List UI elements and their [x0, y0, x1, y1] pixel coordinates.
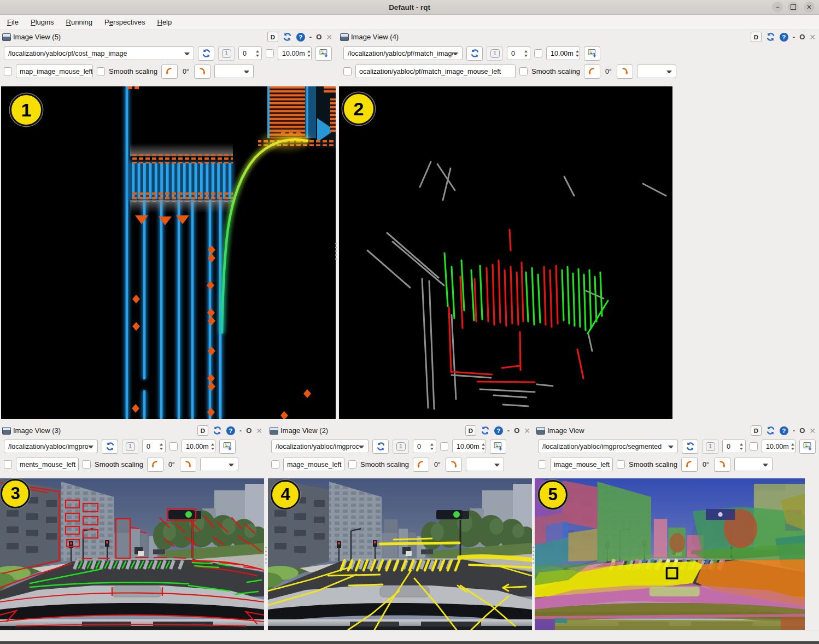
topic-combobox[interactable]: /localization/yabloc/pf/cost_map_image: [4, 46, 194, 60]
refresh-topics-button[interactable]: [198, 46, 214, 61]
dock-minimize-button[interactable]: -: [239, 426, 242, 435]
splitter-handle[interactable]: [335, 243, 337, 260]
once-button[interactable]: 1: [218, 46, 235, 61]
max-range-spinbox[interactable]: 10.00m: [452, 440, 486, 453]
frame-spinbox[interactable]: 0: [142, 440, 166, 453]
help-icon[interactable]: ?: [780, 33, 788, 42]
frame-spinbox[interactable]: 0: [413, 440, 436, 453]
publish-click-checkbox[interactable]: [343, 67, 352, 75]
dock-button[interactable]: D: [465, 425, 476, 436]
reload-icon[interactable]: [766, 426, 775, 435]
smooth-scaling-checkbox[interactable]: [519, 67, 528, 75]
panel-header[interactable]: Image View (2) D ? - O ✕: [267, 425, 534, 436]
menu-running[interactable]: Running: [60, 15, 98, 30]
mouse-topic-field[interactable]: ocalization/yabloc/pf/match_image_mouse_…: [355, 65, 516, 78]
dock-minimize-button[interactable]: -: [793, 33, 795, 41]
rotation-combobox[interactable]: [200, 458, 238, 471]
dock-float-button[interactable]: O: [316, 33, 321, 41]
dynamic-range-checkbox[interactable]: [440, 442, 448, 450]
save-image-button[interactable]: [219, 440, 236, 454]
menu-perspectives[interactable]: Perspectives: [98, 15, 151, 30]
dock-button[interactable]: D: [267, 32, 278, 42]
topic-combobox[interactable]: /localization/yabloc/pf/match_image: [343, 46, 463, 60]
rotate-left-button[interactable]: [413, 458, 429, 472]
rotate-right-button[interactable]: [180, 458, 196, 472]
dock-float-button[interactable]: O: [246, 426, 251, 435]
dock-close-button[interactable]: ✕: [809, 426, 816, 435]
mouse-topic-field[interactable]: ments_mouse_left: [16, 458, 79, 471]
edge-image-canvas[interactable]: [0, 478, 264, 630]
mouse-topic-field[interactable]: image_mouse_left: [550, 458, 613, 471]
dock-close-button[interactable]: ✕: [809, 33, 816, 42]
window-close-button[interactable]: ✕: [804, 2, 815, 13]
rotation-combobox[interactable]: [734, 458, 773, 471]
segmented-image-canvas[interactable]: [535, 478, 805, 630]
save-image-button[interactable]: [584, 46, 600, 61]
max-range-spinbox[interactable]: 10.00m: [278, 46, 312, 60]
panel-header[interactable]: Image View (4) D ? - O ✕: [338, 31, 819, 43]
max-range-spinbox[interactable]: 10.00m: [762, 440, 795, 453]
publish-click-checkbox[interactable]: [4, 460, 12, 469]
save-image-button[interactable]: [490, 440, 506, 454]
help-icon[interactable]: ?: [780, 426, 788, 435]
reload-icon[interactable]: [766, 32, 775, 42]
refresh-topics-button[interactable]: [682, 440, 698, 454]
dock-close-button[interactable]: ✕: [256, 426, 262, 435]
dock-minimize-button[interactable]: -: [309, 33, 312, 41]
publish-click-checkbox[interactable]: [4, 67, 12, 75]
rotation-combobox[interactable]: [214, 65, 254, 78]
menu-plugins[interactable]: Plugins: [25, 15, 60, 30]
rotate-right-button[interactable]: [194, 65, 210, 79]
max-range-spinbox[interactable]: 10.00m: [182, 440, 215, 453]
dock-float-button[interactable]: O: [799, 33, 805, 41]
refresh-topics-button[interactable]: [102, 440, 118, 454]
dynamic-range-checkbox[interactable]: [169, 442, 178, 450]
reload-icon[interactable]: [481, 426, 490, 435]
refresh-topics-button[interactable]: [372, 440, 389, 454]
rotate-left-button[interactable]: [584, 65, 600, 79]
dock-close-button[interactable]: ✕: [326, 33, 332, 42]
panel-header[interactable]: Image View (5) D ? - O ✕: [0, 31, 336, 43]
dock-minimize-button[interactable]: -: [793, 426, 795, 435]
once-button[interactable]: 1: [487, 46, 503, 61]
smooth-scaling-checkbox[interactable]: [83, 460, 91, 469]
reload-icon[interactable]: [283, 32, 292, 42]
dock-float-button[interactable]: O: [514, 426, 519, 435]
window-minimize-button[interactable]: −: [772, 2, 783, 13]
cost-map-image-canvas[interactable]: [1, 86, 336, 419]
splitter-handle[interactable]: [265, 547, 267, 564]
dock-minimize-button[interactable]: -: [507, 426, 510, 435]
rotate-left-button[interactable]: [161, 65, 178, 79]
topic-combobox[interactable]: /localization/yabloc/imgproc/segmented: [538, 440, 678, 453]
once-button[interactable]: 1: [122, 440, 138, 454]
rotation-combobox[interactable]: [637, 65, 676, 78]
menu-file[interactable]: File: [1, 15, 25, 30]
dock-button[interactable]: D: [751, 32, 762, 42]
topic-combobox[interactable]: /localization/yabloc/imgproc/lane: [271, 440, 368, 453]
panel-header[interactable]: Image View (3) D ? - O ✕: [0, 425, 266, 436]
window-titlebar[interactable]: Default - rqt − ✕: [0, 0, 819, 15]
smooth-scaling-checkbox[interactable]: [617, 460, 625, 469]
rotate-left-button[interactable]: [681, 458, 698, 472]
topic-combobox[interactable]: /localization/yabloc/imgproc/ima: [4, 440, 98, 453]
window-maximize-button[interactable]: [788, 2, 799, 13]
rotate-right-button[interactable]: [714, 458, 730, 472]
refresh-topics-button[interactable]: [466, 46, 483, 61]
dynamic-range-checkbox[interactable]: [534, 49, 542, 57]
help-icon[interactable]: ?: [226, 426, 235, 435]
dynamic-range-checkbox[interactable]: [266, 49, 274, 57]
lane-image-canvas[interactable]: [268, 478, 532, 630]
help-icon[interactable]: ?: [296, 33, 305, 42]
mouse-topic-field[interactable]: mage_mouse_left: [283, 458, 344, 471]
rotate-left-button[interactable]: [147, 458, 163, 472]
smooth-scaling-checkbox[interactable]: [97, 67, 105, 75]
publish-click-checkbox[interactable]: [271, 460, 279, 469]
match-image-canvas[interactable]: [339, 86, 672, 419]
once-button[interactable]: 1: [702, 440, 718, 454]
save-image-button[interactable]: [315, 46, 332, 61]
frame-spinbox[interactable]: 0: [238, 46, 262, 60]
reload-icon[interactable]: [213, 426, 222, 435]
once-button[interactable]: 1: [393, 440, 409, 454]
dynamic-range-checkbox[interactable]: [750, 442, 758, 450]
rotate-right-button[interactable]: [617, 65, 633, 79]
